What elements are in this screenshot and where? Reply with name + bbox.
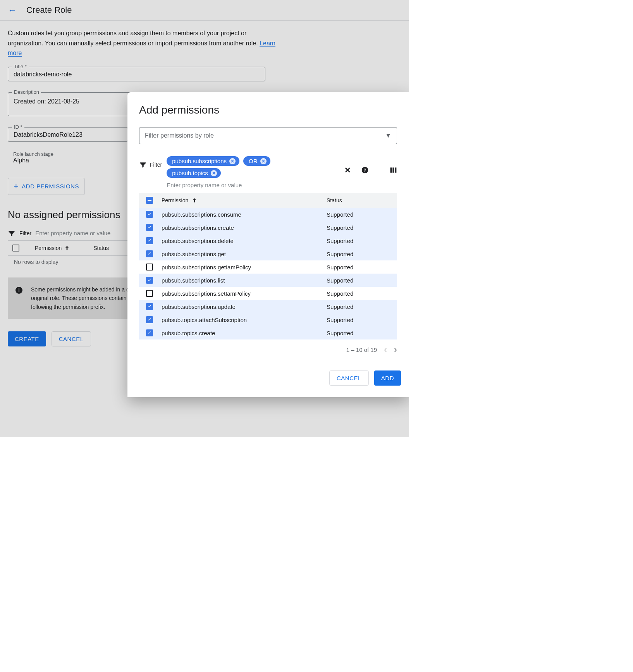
role-filter-placeholder: Filter permissions by role	[145, 132, 214, 139]
next-page-icon[interactable]: ›	[394, 344, 397, 355]
table-row: pubsub.topics.attachSubscriptionSupporte…	[139, 313, 397, 326]
table-row: pubsub.subscriptions.deleteSupported	[139, 234, 397, 247]
chips-row-2: pubsub.topics ✕	[167, 168, 340, 178]
dialog-cancel-button[interactable]: CANCEL	[329, 370, 369, 386]
table-row: pubsub.subscriptions.setIamPolicySupport…	[139, 287, 397, 300]
permission-name: pubsub.subscriptions.setIamPolicy	[162, 290, 320, 297]
table-row: pubsub.subscriptions.listSupported	[139, 274, 397, 287]
row-checkbox[interactable]	[146, 237, 153, 244]
filter-chip-or[interactable]: OR ✕	[243, 156, 270, 166]
permission-name: pubsub.subscriptions.getIamPolicy	[162, 264, 320, 271]
row-checkbox[interactable]	[146, 224, 153, 231]
permission-name: pubsub.subscriptions.list	[162, 277, 320, 284]
permission-name: pubsub.topics.attachSubscription	[162, 317, 320, 323]
chip-actions: ✕ ?	[344, 156, 397, 179]
table-row: pubsub.subscriptions.createSupported	[139, 221, 397, 234]
row-checkbox[interactable]	[146, 277, 153, 284]
table-row: pubsub.topics.createSupported	[139, 326, 397, 339]
row-checkbox[interactable]	[146, 329, 153, 336]
dialog-actions: CANCEL ADD	[127, 355, 409, 386]
permission-name: pubsub.topics.create	[162, 330, 320, 336]
table-row: pubsub.subscriptions.consumeSupported	[139, 208, 397, 221]
permission-status: Supported	[327, 330, 392, 336]
col-permission-label: Permission	[162, 197, 188, 203]
svg-rect-2	[390, 167, 392, 172]
permission-status: Supported	[327, 238, 392, 244]
chip-filter-left: Filter	[139, 156, 162, 169]
prev-page-icon[interactable]: ‹	[384, 344, 387, 355]
chip-label: pubsub.topics	[172, 170, 208, 176]
table-row: pubsub.subscriptions.getSupported	[139, 247, 397, 260]
chips-area[interactable]: pubsub.subscriptions ✕ OR ✕ pubsub.topic…	[167, 156, 340, 190]
permissions-table: Permission Status pubsub.subscriptions.c…	[139, 193, 397, 339]
filter-icon	[139, 161, 147, 169]
pagination-text: 1 – 10 of 19	[346, 346, 377, 353]
permission-name: pubsub.subscriptions.consume	[162, 211, 320, 218]
svg-rect-3	[392, 167, 394, 172]
select-all-checkbox[interactable]	[146, 197, 153, 204]
chip-remove-icon[interactable]: ✕	[260, 158, 267, 164]
permission-name: pubsub.subscriptions.get	[162, 251, 320, 257]
col-status[interactable]: Status	[327, 197, 392, 203]
col-permission[interactable]: Permission	[162, 197, 320, 203]
permissions-table-header: Permission Status	[139, 193, 397, 208]
dialog-title: Add permissions	[127, 104, 409, 116]
permission-status: Supported	[327, 290, 392, 297]
row-checkbox[interactable]	[146, 316, 153, 323]
svg-text:?: ?	[363, 167, 366, 172]
row-checkbox[interactable]	[146, 250, 153, 257]
row-checkbox[interactable]	[146, 290, 153, 297]
dialog-add-button[interactable]: ADD	[374, 370, 401, 386]
permission-status: Supported	[327, 211, 392, 218]
help-icon[interactable]: ?	[361, 166, 369, 174]
chip-label: pubsub.subscriptions	[172, 158, 227, 164]
add-permissions-dialog: Add permissions Filter permissions by ro…	[127, 92, 409, 397]
sort-asc-icon	[191, 197, 198, 203]
permission-status: Supported	[327, 251, 392, 257]
row-checkbox[interactable]	[146, 264, 153, 271]
svg-rect-4	[395, 167, 396, 172]
permission-name: pubsub.subscriptions.delete	[162, 238, 320, 244]
table-row: pubsub.subscriptions.updateSupported	[139, 300, 397, 313]
pagination: 1 – 10 of 19 ‹ ›	[127, 339, 409, 355]
table-row: pubsub.subscriptions.getIamPolicySupport…	[139, 260, 397, 274]
permission-status: Supported	[327, 303, 392, 310]
permission-status: Supported	[327, 264, 392, 271]
clear-filter-icon[interactable]: ✕	[344, 165, 351, 175]
permission-filter-row: Filter pubsub.subscriptions ✕ OR ✕ pubsu…	[139, 153, 397, 190]
permission-status: Supported	[327, 224, 392, 231]
divider	[379, 161, 379, 179]
columns-icon[interactable]	[389, 166, 397, 174]
permission-status: Supported	[327, 277, 392, 284]
chip-remove-icon[interactable]: ✕	[211, 170, 217, 176]
permission-name: pubsub.subscriptions.create	[162, 224, 320, 231]
chips-row-1: pubsub.subscriptions ✕ OR ✕	[167, 156, 340, 166]
row-checkbox[interactable]	[146, 211, 153, 218]
row-checkbox[interactable]	[146, 303, 153, 310]
chip-input-placeholder[interactable]: Enter property name or value	[167, 180, 340, 190]
filter-chip[interactable]: pubsub.subscriptions ✕	[167, 156, 239, 166]
dropdown-icon: ▼	[385, 132, 391, 139]
dialog-filter-label: Filter	[150, 162, 162, 168]
permission-name: pubsub.subscriptions.update	[162, 303, 320, 310]
chip-remove-icon[interactable]: ✕	[229, 158, 236, 164]
role-filter-dropdown[interactable]: Filter permissions by role ▼	[139, 127, 397, 144]
filter-chip[interactable]: pubsub.topics ✕	[167, 168, 221, 178]
chip-label: OR	[249, 158, 258, 164]
permission-status: Supported	[327, 317, 392, 323]
